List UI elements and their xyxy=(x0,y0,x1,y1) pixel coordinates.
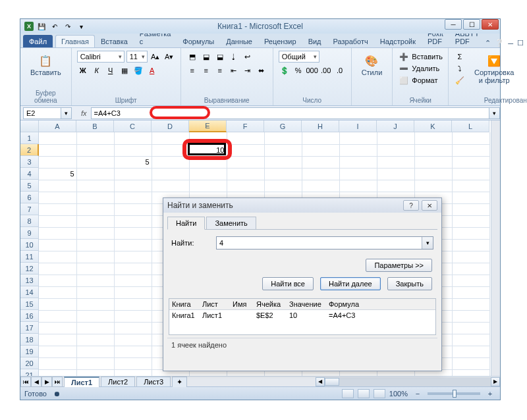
find-input-dropdown[interactable]: ▾ xyxy=(422,237,433,249)
cell-G2[interactable] xyxy=(264,144,302,156)
cell-B21[interactable] xyxy=(76,369,114,376)
hscroll-thumb[interactable] xyxy=(325,378,339,386)
find-next-button[interactable]: Найти далее xyxy=(320,277,381,290)
maximize-button[interactable]: ☐ xyxy=(463,19,480,30)
row-header-19[interactable]: 19 xyxy=(20,346,39,357)
cell-A10[interactable] xyxy=(39,239,76,251)
cell-I2[interactable] xyxy=(339,144,377,156)
insert-cells-label[interactable]: Вставить xyxy=(412,53,443,61)
cell-A3[interactable] xyxy=(39,156,76,168)
name-box-dropdown[interactable]: ▾ xyxy=(61,107,72,119)
cell-F4[interactable] xyxy=(227,168,264,180)
row-header-16[interactable]: 16 xyxy=(20,310,39,322)
fx-icon[interactable]: fx xyxy=(81,109,87,117)
cell-A20[interactable] xyxy=(39,357,76,369)
cell-A9[interactable] xyxy=(39,227,76,239)
cell-B16[interactable] xyxy=(76,310,114,322)
autosum-icon[interactable]: Σ xyxy=(454,51,466,63)
cell-B8[interactable] xyxy=(76,215,114,227)
dialog-help-button[interactable]: ? xyxy=(403,200,419,211)
dialog-title-bar[interactable]: Найти и заменить ? ✕ xyxy=(163,198,441,213)
currency-icon[interactable]: 💲 xyxy=(279,65,291,76)
find-select-button[interactable]: 🔍 Найти и выделить xyxy=(522,51,527,86)
close-button[interactable]: ✕ xyxy=(482,19,499,30)
row-header-10[interactable]: 10 xyxy=(20,239,39,251)
cell-C18[interactable] xyxy=(114,334,152,346)
sheet-tab-1[interactable]: Лист1 xyxy=(64,377,99,387)
percent-icon[interactable]: % xyxy=(292,65,304,76)
cell-I4[interactable] xyxy=(339,168,377,180)
qat-save[interactable]: 💾 xyxy=(36,21,47,32)
tab-nav-last[interactable]: ⏭ xyxy=(52,377,63,387)
align-middle-icon[interactable]: ⬓ xyxy=(200,51,212,63)
cell-B4[interactable] xyxy=(76,168,114,180)
col-header-H[interactable]: H xyxy=(302,120,339,132)
cell-C3[interactable]: 5 xyxy=(114,156,152,168)
close-dialog-button[interactable]: Закрыть xyxy=(387,277,432,290)
cell-C13[interactable] xyxy=(114,275,152,286)
col-header-D[interactable]: D xyxy=(152,120,189,132)
cell-A8[interactable] xyxy=(39,215,76,227)
cell-B7[interactable] xyxy=(76,203,114,215)
vertical-scrollbar[interactable] xyxy=(491,120,500,376)
cell-C4[interactable] xyxy=(114,168,152,180)
tab-data[interactable]: Данные xyxy=(220,35,258,47)
zoom-out-icon[interactable]: − xyxy=(412,388,424,400)
delete-cells-label[interactable]: Удалить xyxy=(412,65,439,72)
paste-button[interactable]: 📋 Вставить xyxy=(26,51,66,78)
fill-color-icon[interactable]: 🪣 xyxy=(132,65,144,76)
find-all-button[interactable]: Найти все xyxy=(262,277,314,290)
cell-C20[interactable] xyxy=(114,357,152,369)
result-row[interactable]: Книга1 Лист1 $E$2 10 =A4+C3 xyxy=(169,310,435,321)
row-header-15[interactable]: 15 xyxy=(20,298,39,310)
tab-addins[interactable]: Надстройк xyxy=(374,35,422,47)
cell-A15[interactable] xyxy=(39,298,76,310)
hscroll-left[interactable]: ◀ xyxy=(316,377,325,386)
cell-D3[interactable] xyxy=(152,156,189,168)
align-top-icon[interactable]: ⬒ xyxy=(186,51,198,63)
orientation-icon[interactable]: ⭭ xyxy=(228,51,240,63)
hscroll-right[interactable]: ▶ xyxy=(491,377,500,386)
name-box[interactable]: E2 xyxy=(23,107,61,119)
cell-E1[interactable] xyxy=(189,132,227,144)
tab-home[interactable]: Главная xyxy=(55,35,95,47)
minimize-button[interactable]: ─ xyxy=(445,19,462,30)
format-cells-label[interactable]: Формат xyxy=(412,76,437,84)
fill-icon[interactable]: ⤵ xyxy=(454,63,466,74)
row-header-3[interactable]: 3 xyxy=(20,156,39,168)
qat-redo[interactable]: ↷ xyxy=(63,21,73,32)
view-normal-icon[interactable] xyxy=(342,389,354,398)
cell-B5[interactable] xyxy=(76,180,114,192)
cell-E3[interactable] xyxy=(189,156,227,168)
tab-nav-first[interactable]: ⏮ xyxy=(20,377,31,387)
cell-B11[interactable] xyxy=(76,251,114,263)
cell-J3[interactable] xyxy=(377,156,414,168)
cell-C16[interactable] xyxy=(114,310,152,322)
cell-I5[interactable] xyxy=(339,180,377,192)
row-header-13[interactable]: 13 xyxy=(20,275,39,286)
cell-L10[interactable] xyxy=(452,239,489,251)
align-right-icon[interactable]: ≡ xyxy=(214,65,226,76)
cell-C14[interactable] xyxy=(114,286,152,298)
tab-review[interactable]: Рецензир xyxy=(258,35,302,47)
cell-A13[interactable] xyxy=(39,275,76,286)
font-color-icon[interactable]: A xyxy=(146,65,158,76)
format-cells-icon[interactable]: ⬜ xyxy=(398,74,410,86)
cell-K5[interactable] xyxy=(414,180,452,192)
row-header-9[interactable]: 9 xyxy=(20,227,39,239)
cell-F3[interactable] xyxy=(227,156,264,168)
row-header-4[interactable]: 4 xyxy=(20,168,39,180)
row-header-12[interactable]: 12 xyxy=(20,263,39,275)
cell-L19[interactable] xyxy=(452,346,489,357)
border-icon[interactable]: ▦ xyxy=(119,65,130,76)
sort-filter-button[interactable]: 🔽 Сортировка и фильтр xyxy=(470,51,518,86)
align-center-icon[interactable]: ≡ xyxy=(200,65,212,76)
cell-D5[interactable] xyxy=(152,180,189,192)
number-format-select[interactable]: Общий xyxy=(279,51,319,63)
select-all-corner[interactable] xyxy=(20,120,39,132)
cell-C11[interactable] xyxy=(114,251,152,263)
col-header-C[interactable]: C xyxy=(114,120,152,132)
view-pagelayout-icon[interactable] xyxy=(358,389,370,398)
cell-C5[interactable] xyxy=(114,180,152,192)
cell-C7[interactable] xyxy=(114,203,152,215)
